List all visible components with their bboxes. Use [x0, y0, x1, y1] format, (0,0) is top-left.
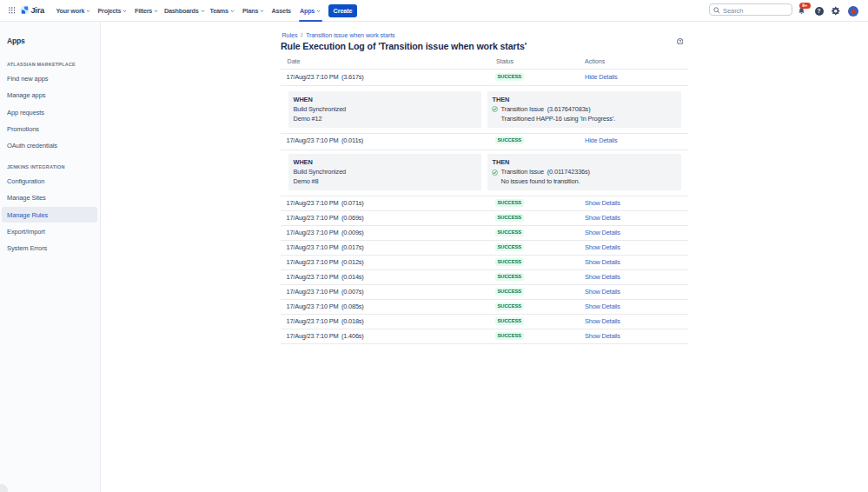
svg-text:?: ? — [679, 39, 681, 43]
